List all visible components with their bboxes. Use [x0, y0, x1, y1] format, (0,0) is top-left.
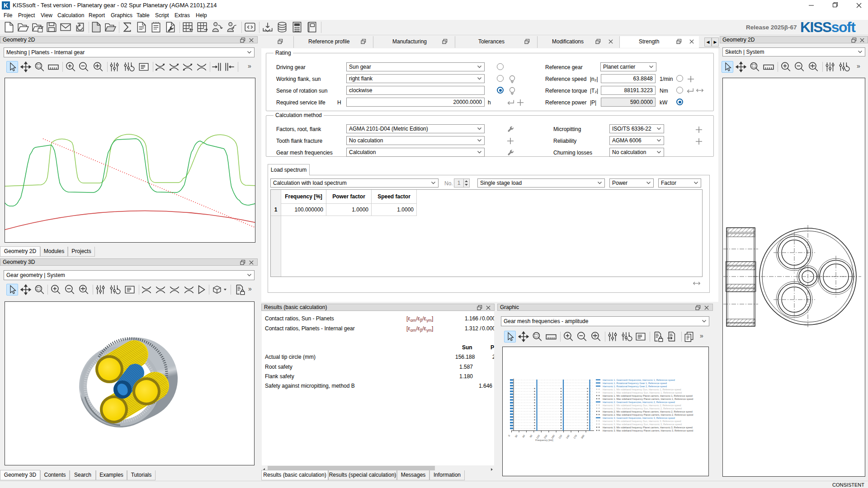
- svg-text:0: 0: [508, 434, 511, 437]
- svg-text:Harmonic 2. Gearmesh frequenci: Harmonic 2. Gearmesh frequencies, Harmon…: [603, 401, 675, 404]
- svg-text:Harmonic 3. Min sideband frequ: Harmonic 3. Min sideband frequency Sun, …: [603, 420, 681, 422]
- svg-text:Harmonic 1. Gearmesh frequenci: Harmonic 1. Gearmesh frequencies, Harmon…: [603, 379, 675, 381]
- svg-text:240: 240: [566, 434, 570, 439]
- svg-text:Harmonic 2. Min sideband frequ: Harmonic 2. Min sideband frequency Plane…: [603, 410, 693, 413]
- svg-text:270: 270: [573, 434, 577, 439]
- svg-text:Harmonic 3. Max sideband frequ: Harmonic 3. Max sideband frequency Sun, …: [603, 423, 682, 426]
- svg-text:90: 90: [529, 434, 533, 438]
- svg-text:Harmonic 1. Max sideband frequ: Harmonic 1. Max sideband frequency Sun, …: [603, 391, 682, 394]
- svg-text:Harmonic 3. Min sideband frequ: Harmonic 3. Min sideband frequency Plane…: [603, 426, 693, 429]
- svg-text:210: 210: [558, 434, 562, 439]
- svg-text:Harmonic 1. Min sideband frequ: Harmonic 1. Min sideband frequency Sun, …: [603, 388, 681, 391]
- svg-text:Harmonic 3. Max sideband frequ: Harmonic 3. Max sideband frequency Plane…: [603, 429, 693, 432]
- svg-text:Harmonic 1. Rotational frequen: Harmonic 1. Rotational frequency Gear 1,…: [603, 382, 667, 385]
- svg-text:Harmonic 2. Max sideband frequ: Harmonic 2. Max sideband frequency Plane…: [603, 413, 693, 416]
- svg-text:60: 60: [522, 434, 525, 438]
- svg-text:Harmonic 3. Gearmesh frequenci: Harmonic 3. Gearmesh frequencies, Harmon…: [603, 417, 675, 419]
- svg-text:Harmonic 1. Max sideband frequ: Harmonic 1. Max sideband frequency Plane…: [603, 398, 693, 400]
- svg-text:Harmonic 2. Max sideband frequ: Harmonic 2. Max sideband frequency Sun, …: [603, 407, 682, 410]
- svg-text:Harmonic 1. Rotational frequen: Harmonic 1. Rotational frequency Gear 2,…: [603, 385, 667, 388]
- svg-text:Harmonic 2. Min sideband frequ: Harmonic 2. Min sideband frequency Sun, …: [603, 404, 681, 407]
- svg-text:300: 300: [580, 434, 585, 439]
- svg-text:Frequency [Hz]: Frequency [Hz]: [535, 439, 553, 441]
- svg-text:Harmonic 1. Min sideband frequ: Harmonic 1. Min sideband frequency Plane…: [603, 394, 693, 397]
- svg-text:30: 30: [514, 434, 518, 438]
